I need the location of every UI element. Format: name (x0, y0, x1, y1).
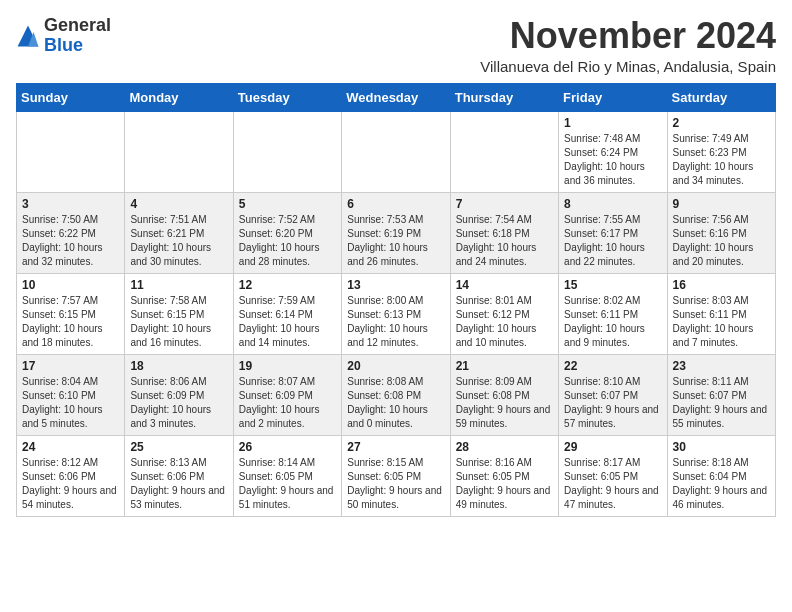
day-number: 29 (564, 440, 661, 454)
table-cell: 15Sunrise: 8:02 AM Sunset: 6:11 PM Dayli… (559, 273, 667, 354)
day-info: Sunrise: 8:13 AM Sunset: 6:06 PM Dayligh… (130, 456, 227, 512)
day-info: Sunrise: 8:10 AM Sunset: 6:07 PM Dayligh… (564, 375, 661, 431)
calendar-week-4: 17Sunrise: 8:04 AM Sunset: 6:10 PM Dayli… (17, 354, 776, 435)
day-info: Sunrise: 8:14 AM Sunset: 6:05 PM Dayligh… (239, 456, 336, 512)
day-info: Sunrise: 7:56 AM Sunset: 6:16 PM Dayligh… (673, 213, 770, 269)
calendar-body: 1Sunrise: 7:48 AM Sunset: 6:24 PM Daylig… (17, 111, 776, 516)
table-cell: 30Sunrise: 8:18 AM Sunset: 6:04 PM Dayli… (667, 435, 775, 516)
day-number: 20 (347, 359, 444, 373)
day-number: 13 (347, 278, 444, 292)
col-wednesday: Wednesday (342, 83, 450, 111)
table-cell: 5Sunrise: 7:52 AM Sunset: 6:20 PM Daylig… (233, 192, 341, 273)
day-number: 5 (239, 197, 336, 211)
day-info: Sunrise: 8:12 AM Sunset: 6:06 PM Dayligh… (22, 456, 119, 512)
day-info: Sunrise: 8:18 AM Sunset: 6:04 PM Dayligh… (673, 456, 770, 512)
table-cell: 8Sunrise: 7:55 AM Sunset: 6:17 PM Daylig… (559, 192, 667, 273)
header-row: Sunday Monday Tuesday Wednesday Thursday… (17, 83, 776, 111)
day-info: Sunrise: 8:16 AM Sunset: 6:05 PM Dayligh… (456, 456, 553, 512)
col-saturday: Saturday (667, 83, 775, 111)
day-number: 30 (673, 440, 770, 454)
calendar-week-1: 1Sunrise: 7:48 AM Sunset: 6:24 PM Daylig… (17, 111, 776, 192)
day-info: Sunrise: 8:07 AM Sunset: 6:09 PM Dayligh… (239, 375, 336, 431)
table-cell: 25Sunrise: 8:13 AM Sunset: 6:06 PM Dayli… (125, 435, 233, 516)
day-info: Sunrise: 7:53 AM Sunset: 6:19 PM Dayligh… (347, 213, 444, 269)
day-info: Sunrise: 8:03 AM Sunset: 6:11 PM Dayligh… (673, 294, 770, 350)
day-number: 10 (22, 278, 119, 292)
table-cell: 19Sunrise: 8:07 AM Sunset: 6:09 PM Dayli… (233, 354, 341, 435)
day-number: 27 (347, 440, 444, 454)
day-number: 7 (456, 197, 553, 211)
day-number: 15 (564, 278, 661, 292)
day-number: 24 (22, 440, 119, 454)
day-info: Sunrise: 8:06 AM Sunset: 6:09 PM Dayligh… (130, 375, 227, 431)
table-cell: 7Sunrise: 7:54 AM Sunset: 6:18 PM Daylig… (450, 192, 558, 273)
day-info: Sunrise: 8:09 AM Sunset: 6:08 PM Dayligh… (456, 375, 553, 431)
month-title: November 2024 (480, 16, 776, 56)
calendar-week-2: 3Sunrise: 7:50 AM Sunset: 6:22 PM Daylig… (17, 192, 776, 273)
day-info: Sunrise: 7:49 AM Sunset: 6:23 PM Dayligh… (673, 132, 770, 188)
day-number: 25 (130, 440, 227, 454)
table-cell (342, 111, 450, 192)
col-monday: Monday (125, 83, 233, 111)
day-info: Sunrise: 8:04 AM Sunset: 6:10 PM Dayligh… (22, 375, 119, 431)
calendar-week-5: 24Sunrise: 8:12 AM Sunset: 6:06 PM Dayli… (17, 435, 776, 516)
table-cell: 9Sunrise: 7:56 AM Sunset: 6:16 PM Daylig… (667, 192, 775, 273)
day-info: Sunrise: 7:48 AM Sunset: 6:24 PM Dayligh… (564, 132, 661, 188)
day-number: 23 (673, 359, 770, 373)
table-cell: 26Sunrise: 8:14 AM Sunset: 6:05 PM Dayli… (233, 435, 341, 516)
col-sunday: Sunday (17, 83, 125, 111)
day-info: Sunrise: 8:08 AM Sunset: 6:08 PM Dayligh… (347, 375, 444, 431)
table-cell: 16Sunrise: 8:03 AM Sunset: 6:11 PM Dayli… (667, 273, 775, 354)
table-cell (450, 111, 558, 192)
day-number: 12 (239, 278, 336, 292)
col-friday: Friday (559, 83, 667, 111)
table-cell: 2Sunrise: 7:49 AM Sunset: 6:23 PM Daylig… (667, 111, 775, 192)
table-cell: 3Sunrise: 7:50 AM Sunset: 6:22 PM Daylig… (17, 192, 125, 273)
day-number: 8 (564, 197, 661, 211)
calendar-header: Sunday Monday Tuesday Wednesday Thursday… (17, 83, 776, 111)
day-number: 19 (239, 359, 336, 373)
table-cell: 22Sunrise: 8:10 AM Sunset: 6:07 PM Dayli… (559, 354, 667, 435)
logo: General Blue (16, 16, 111, 56)
logo-blue: Blue (44, 35, 83, 55)
day-info: Sunrise: 7:54 AM Sunset: 6:18 PM Dayligh… (456, 213, 553, 269)
table-cell: 10Sunrise: 7:57 AM Sunset: 6:15 PM Dayli… (17, 273, 125, 354)
day-number: 4 (130, 197, 227, 211)
table-cell: 23Sunrise: 8:11 AM Sunset: 6:07 PM Dayli… (667, 354, 775, 435)
col-tuesday: Tuesday (233, 83, 341, 111)
day-number: 1 (564, 116, 661, 130)
header: General Blue November 2024 Villanueva de… (16, 16, 776, 75)
calendar-week-3: 10Sunrise: 7:57 AM Sunset: 6:15 PM Dayli… (17, 273, 776, 354)
table-cell: 29Sunrise: 8:17 AM Sunset: 6:05 PM Dayli… (559, 435, 667, 516)
title-block: November 2024 Villanueva del Rio y Minas… (480, 16, 776, 75)
table-cell: 4Sunrise: 7:51 AM Sunset: 6:21 PM Daylig… (125, 192, 233, 273)
logo-text: General Blue (44, 16, 111, 56)
day-info: Sunrise: 7:51 AM Sunset: 6:21 PM Dayligh… (130, 213, 227, 269)
day-info: Sunrise: 7:52 AM Sunset: 6:20 PM Dayligh… (239, 213, 336, 269)
table-cell: 12Sunrise: 7:59 AM Sunset: 6:14 PM Dayli… (233, 273, 341, 354)
table-cell (17, 111, 125, 192)
day-number: 22 (564, 359, 661, 373)
day-info: Sunrise: 7:55 AM Sunset: 6:17 PM Dayligh… (564, 213, 661, 269)
day-number: 28 (456, 440, 553, 454)
table-cell: 27Sunrise: 8:15 AM Sunset: 6:05 PM Dayli… (342, 435, 450, 516)
table-cell (125, 111, 233, 192)
day-info: Sunrise: 7:59 AM Sunset: 6:14 PM Dayligh… (239, 294, 336, 350)
day-number: 11 (130, 278, 227, 292)
day-number: 9 (673, 197, 770, 211)
table-cell: 20Sunrise: 8:08 AM Sunset: 6:08 PM Dayli… (342, 354, 450, 435)
day-number: 3 (22, 197, 119, 211)
table-cell: 28Sunrise: 8:16 AM Sunset: 6:05 PM Dayli… (450, 435, 558, 516)
calendar: Sunday Monday Tuesday Wednesday Thursday… (16, 83, 776, 517)
table-cell: 17Sunrise: 8:04 AM Sunset: 6:10 PM Dayli… (17, 354, 125, 435)
day-info: Sunrise: 8:15 AM Sunset: 6:05 PM Dayligh… (347, 456, 444, 512)
logo-general: General (44, 15, 111, 35)
day-info: Sunrise: 7:50 AM Sunset: 6:22 PM Dayligh… (22, 213, 119, 269)
day-number: 26 (239, 440, 336, 454)
day-number: 21 (456, 359, 553, 373)
day-number: 16 (673, 278, 770, 292)
day-info: Sunrise: 7:58 AM Sunset: 6:15 PM Dayligh… (130, 294, 227, 350)
table-cell: 11Sunrise: 7:58 AM Sunset: 6:15 PM Dayli… (125, 273, 233, 354)
table-cell: 14Sunrise: 8:01 AM Sunset: 6:12 PM Dayli… (450, 273, 558, 354)
day-number: 2 (673, 116, 770, 130)
